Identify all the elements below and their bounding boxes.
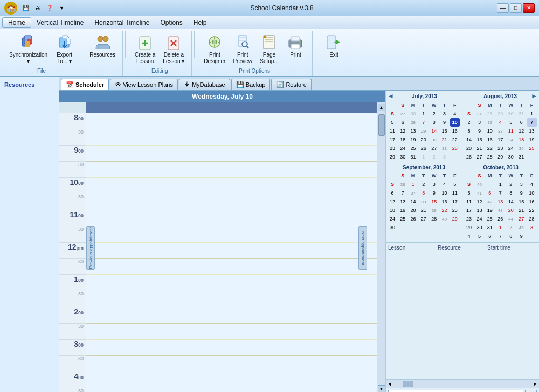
scroll-up-btn[interactable]: ▲ [378,104,385,111]
jul-30[interactable]: 30 [398,153,407,161]
cal-slot-10[interactable] [86,275,377,291]
scroll-down-btn[interactable]: ▼ [378,385,385,392]
cal-slot-4[interactable] [86,178,377,194]
cal-slot-3[interactable] [86,162,377,178]
print-button[interactable]: Print [284,31,308,60]
jul-15[interactable]: 15 [439,127,449,135]
print-preview-button[interactable]: PrintPreview [230,31,255,67]
jul-6[interactable]: 6 [398,118,407,127]
jul-8[interactable]: 8 [429,118,439,127]
aug-1-next[interactable]: 1 [419,153,429,161]
jul-27[interactable]: 27 [429,144,439,153]
jul-25[interactable]: 25 [409,144,418,153]
cal-slot-5[interactable] [86,194,377,210]
jul-29[interactable]: 29 [388,153,397,161]
cal-slot-9[interactable] [86,259,377,275]
resources-button[interactable]: Resources [87,31,118,60]
tab-my-database[interactable]: 🗄 MyDatabase [179,79,230,90]
cal-slot-1[interactable] [86,129,377,146]
aug-next-btn[interactable]: ► [531,92,537,100]
cal-slot-0[interactable] [86,113,377,129]
jul-5[interactable]: 5 [388,118,397,127]
jul-17[interactable]: 17 [388,135,397,144]
jul-1[interactable]: 1 [419,109,429,118]
jul-3[interactable]: 3 [439,109,449,118]
maximize-button[interactable]: □ [510,3,522,13]
print-quick-btn[interactable]: 🖨 [32,3,43,13]
jul-16[interactable]: 16 [450,127,460,135]
scroll-thumb-v[interactable] [378,114,385,136]
right-panel-scrollbar[interactable]: ◄ ► [386,379,539,388]
jul-21[interactable]: 21 [439,135,449,144]
tab-scheduler[interactable]: 📅 Scheduler [61,79,109,90]
jul-28[interactable]: 28 [450,144,460,153]
menu-vertical-timeline[interactable]: Vertical Timeline [31,18,89,27]
menu-horizontal-timeline[interactable]: Horizontal Timeline [89,18,155,27]
july-prev-btn[interactable]: ◄ [388,92,394,100]
close-button[interactable]: ✕ [523,3,535,13]
cal-slot-15[interactable] [86,356,377,372]
cal-slot-6[interactable] [86,210,377,226]
scroll-left-rp[interactable]: ◄ [387,381,392,387]
jul-26[interactable]: 26 [419,144,429,153]
sync-button[interactable]: Synchronization▾ [6,31,50,67]
scroll-right-rp[interactable]: ► [533,381,538,387]
rp-scroll-thumb[interactable] [403,381,413,387]
dropdown-quick-btn[interactable]: ▾ [56,3,67,13]
menu-home[interactable]: Home [2,17,31,28]
svg-rect-30 [291,37,300,41]
vertical-scrollbar[interactable]: ▲ ▼ [377,102,385,392]
tab-restore[interactable]: 🔄 Restore [271,79,312,90]
minimize-button[interactable]: — [497,3,509,13]
prev-appointment-btn[interactable]: Previous appointment [86,226,95,270]
jul-11[interactable]: 11 [388,127,397,135]
jul-13[interactable]: 13 [409,127,418,135]
aug-2-next[interactable]: 2 [429,153,439,161]
menu-help[interactable]: Help [188,18,212,27]
page-setup-button[interactable]: PageSetup... [257,31,281,67]
cal-slot-17[interactable] [86,388,377,392]
jul-19[interactable]: 19 [409,135,418,144]
jul-7[interactable]: 7 [419,118,429,127]
tab-backup[interactable]: 💾 Backup [231,79,271,90]
jul-18[interactable]: 18 [398,135,407,144]
help-quick-btn[interactable]: ❓ [44,3,55,13]
lesson-search-button[interactable]: 🔍 [525,390,537,392]
time-4: 400 [59,372,86,388]
jul-22[interactable]: 22 [450,135,460,144]
cal-slot-11[interactable] [86,291,377,307]
jul-24[interactable]: 24 [398,144,407,153]
export-button[interactable]: ExportTo... ▾ [52,31,77,67]
jul-2[interactable]: 2 [429,109,439,118]
exit-button[interactable]: Exit [322,31,346,60]
scheduler-calendar[interactable]: Previous appointment Next appointment [86,102,377,392]
jul-4[interactable]: 4 [450,109,460,118]
jul-30-prev[interactable]: 30 [409,109,418,118]
cal-slot-8[interactable] [86,243,377,259]
print-designer-button[interactable]: PrintDesigner [201,31,228,67]
delete-lesson-label: Delete aLesson ▾ [163,52,184,65]
tab-view-lesson-plans[interactable]: 👁 View Lesson Plans [110,79,178,90]
jul-9[interactable]: 9 [439,118,449,127]
starttime-col-header: Start time [487,245,537,251]
cal-slot-7[interactable] [86,226,377,243]
jul-12[interactable]: 12 [398,127,407,135]
jul-31[interactable]: 31 [409,153,418,161]
jul-23[interactable]: 23 [388,144,397,153]
cal-slot-2[interactable] [86,146,377,162]
cal-slot-13[interactable] [86,324,377,340]
save-quick-btn[interactable]: 💾 [20,3,31,13]
calendar-slots[interactable] [86,113,377,392]
jul-14[interactable]: 14 [429,127,439,135]
menu-options[interactable]: Options [155,18,188,27]
jul-10-today[interactable]: 10 [450,118,460,127]
lesson-search-input[interactable] [388,390,523,392]
delete-lesson-button[interactable]: Delete aLesson ▾ [160,31,187,67]
create-lesson-button[interactable]: Create aLesson [132,31,158,67]
cal-slot-14[interactable] [86,340,377,356]
jul-20[interactable]: 20 [419,135,429,144]
aug-3-next[interactable]: 3 [439,153,449,161]
next-appointment-btn[interactable]: Next appointment [358,226,367,270]
cal-slot-16[interactable] [86,372,377,388]
cal-slot-12[interactable] [86,307,377,324]
